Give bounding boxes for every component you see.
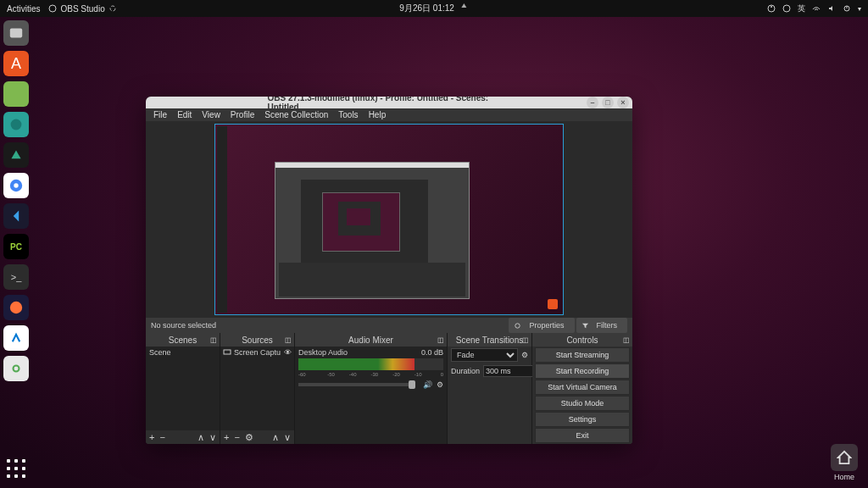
- menu-view[interactable]: View: [198, 108, 225, 121]
- svg-rect-7: [10, 29, 22, 38]
- remove-scene-button[interactable]: −: [159, 432, 164, 442]
- transitions-title: Scene Transitions: [456, 336, 524, 345]
- dock-firefox[interactable]: [3, 295, 29, 320]
- dock-app3[interactable]: [3, 142, 29, 168]
- globe-icon: [782, 4, 791, 13]
- svg-rect-15: [224, 350, 231, 354]
- dock-pycharm[interactable]: PC: [3, 234, 29, 259]
- popout-icon[interactable]: ◫: [522, 336, 529, 344]
- home-button[interactable]: Home: [831, 444, 858, 481]
- dock-vscode[interactable]: [3, 203, 29, 229]
- volume-slider[interactable]: [298, 383, 415, 386]
- dock-chromium[interactable]: [3, 173, 29, 198]
- show-apps-button[interactable]: [7, 459, 25, 478]
- filters-button[interactable]: Filters: [576, 318, 628, 333]
- dock: A PC >_: [3, 20, 34, 381]
- audio-mixer-panel: Audio Mixer◫ Desktop Audio 0.0 dB -60-50…: [295, 333, 448, 444]
- maximize-button[interactable]: □: [602, 97, 614, 108]
- start-virtual-camera-button[interactable]: Start Virtual Camera: [535, 380, 630, 395]
- svg-point-8: [11, 119, 22, 130]
- source-settings-button[interactable]: ⚙: [245, 432, 253, 443]
- source-up-button[interactable]: ∧: [272, 432, 279, 443]
- filter-icon: [581, 322, 589, 330]
- menu-edit[interactable]: Edit: [173, 108, 196, 121]
- transition-select[interactable]: Fade: [451, 348, 518, 362]
- menu-profile[interactable]: Profile: [226, 108, 259, 121]
- remove-source-button[interactable]: −: [234, 432, 239, 442]
- sources-panel: Sources◫ Screen Captu 👁 + − ⚙ ∧ ∨: [220, 333, 295, 444]
- speaker-icon[interactable]: 🔊: [423, 380, 432, 389]
- dock-terminal[interactable]: >_: [3, 264, 29, 290]
- popout-icon[interactable]: ◫: [210, 336, 217, 344]
- preview-area[interactable]: [146, 121, 632, 318]
- clock[interactable]: 9月26日 01:12: [399, 3, 468, 14]
- no-selection-label: No source selected: [151, 321, 216, 330]
- ime-indicator: 英: [798, 3, 805, 14]
- eye-icon[interactable]: 👁: [284, 348, 292, 357]
- controls-panel: Controls◫ Start Streaming Start Recordin…: [532, 333, 632, 444]
- source-down-button[interactable]: ∨: [284, 432, 291, 443]
- preview-frame: [214, 124, 564, 315]
- svg-point-11: [14, 183, 18, 187]
- close-button[interactable]: ×: [617, 97, 629, 108]
- svg-point-4: [783, 5, 790, 12]
- trash-icon: [548, 299, 558, 309]
- system-tray[interactable]: 英 ▾: [767, 3, 861, 14]
- gear-icon: [514, 322, 521, 330]
- popout-icon[interactable]: ◫: [285, 336, 292, 344]
- source-label: Screen Captu: [234, 348, 281, 357]
- obs-icon: [48, 4, 57, 13]
- popout-icon[interactable]: ◫: [623, 336, 630, 344]
- audio-meter: [298, 358, 443, 370]
- scenes-panel: Scenes◫ Scene + − ∧ ∨: [146, 333, 220, 444]
- wifi-icon: [812, 4, 821, 13]
- gnome-topbar: Activities OBS Studio 9月26日 01:12 英 ▾: [0, 0, 868, 17]
- panels: Scenes◫ Scene + − ∧ ∨ Sources◫ Screen Ca…: [146, 333, 632, 444]
- exit-button[interactable]: Exit: [535, 428, 630, 443]
- dock-app5[interactable]: [3, 356, 29, 381]
- settings-button[interactable]: Settings: [535, 412, 630, 427]
- titlebar[interactable]: OBS 27.1.3-modified (linux) - Profile: U…: [146, 97, 632, 108]
- power-icon: [843, 4, 851, 13]
- sources-title: Sources: [242, 336, 273, 345]
- topbar-app[interactable]: OBS Studio: [48, 4, 116, 14]
- studio-mode-button[interactable]: Studio Mode: [535, 396, 630, 411]
- menu-file[interactable]: File: [149, 108, 171, 121]
- minimize-button[interactable]: –: [587, 97, 598, 108]
- window-title: OBS 27.1.3-modified (linux) - Profile: U…: [268, 97, 511, 112]
- dock-app2[interactable]: [3, 112, 29, 137]
- transition-settings-icon[interactable]: ⚙: [521, 351, 528, 359]
- popout-icon[interactable]: ◫: [437, 336, 444, 344]
- activities-button[interactable]: Activities: [7, 4, 40, 14]
- track-settings-icon[interactable]: ⚙: [437, 380, 443, 389]
- source-info-row: No source selected Properties Filters: [146, 318, 632, 333]
- dock-files[interactable]: [3, 20, 29, 46]
- add-source-button[interactable]: +: [224, 432, 229, 442]
- notification-icon: [460, 3, 469, 11]
- volume-icon: [827, 4, 836, 13]
- spinner-icon: [108, 4, 117, 13]
- chevron-down-icon: ▾: [858, 5, 861, 13]
- screen-icon: [223, 348, 231, 357]
- track-name: Desktop Audio: [298, 348, 348, 357]
- start-streaming-button[interactable]: Start Streaming: [535, 347, 630, 363]
- scene-up-button[interactable]: ∧: [198, 432, 204, 443]
- mixer-title: Audio Mixer: [348, 336, 393, 345]
- transitions-panel: Scene Transitions◫ Fade ⚙ Duration ▲▼: [448, 333, 532, 444]
- svg-point-12: [10, 302, 22, 313]
- scene-item[interactable]: Scene: [146, 347, 220, 358]
- properties-button[interactable]: Properties: [509, 318, 574, 333]
- add-scene-button[interactable]: +: [149, 432, 154, 442]
- audio-track: Desktop Audio 0.0 dB -60-50-40-30-20-100…: [295, 347, 447, 391]
- home-icon: [837, 450, 852, 465]
- dock-app4[interactable]: [3, 325, 29, 351]
- dock-software[interactable]: A: [3, 51, 29, 76]
- svg-marker-9: [11, 150, 20, 158]
- controls-title: Controls: [566, 336, 598, 345]
- scene-down-button[interactable]: ∨: [209, 432, 216, 443]
- start-recording-button[interactable]: Start Recording: [535, 363, 630, 379]
- dock-app1[interactable]: [3, 81, 29, 107]
- scenes-title: Scenes: [169, 336, 197, 345]
- source-item[interactable]: Screen Captu 👁: [220, 347, 294, 358]
- meter-ticks: -60-50-40-30-20-100: [298, 372, 443, 379]
